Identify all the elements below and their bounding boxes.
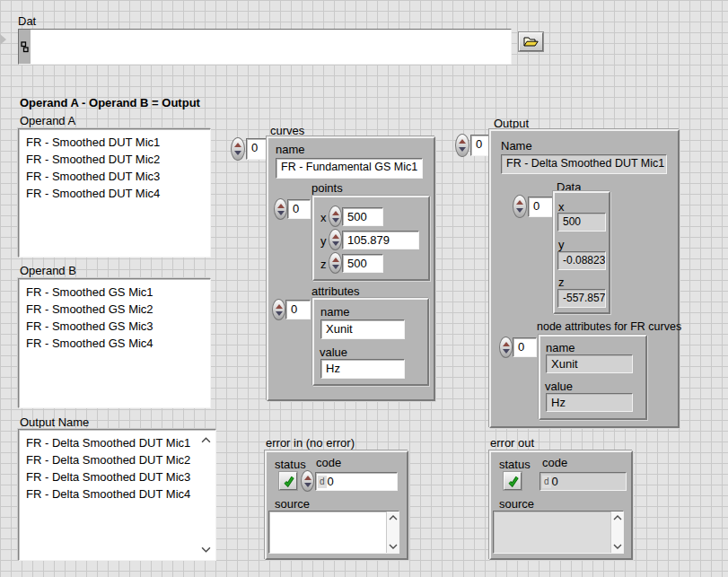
curve-name-field[interactable]: FR - Fundamental GS Mic1 [276,158,423,179]
point-x-label: x [320,212,327,223]
labview-front-panel: { "path_control": { "label": "Dat", "val… [0,0,728,577]
list-item[interactable]: FR - Smoothed DUT Mic2 [26,151,208,168]
list-item[interactable]: FR - Smoothed DUT Mic4 [26,185,208,202]
error-in-code-value: 0 [328,475,334,488]
error-in-status-label: status [275,459,306,470]
attribute-value-label: value [320,346,347,358]
operand-a-listbox[interactable]: FR - Smoothed DUT Mic1 FR - Smoothed DUT… [18,128,211,258]
error-out-status-label: status [499,459,531,470]
operand-b-label: Operand B [20,265,76,276]
point-y-label: y [320,235,327,247]
data-y-field: -0.08823 [557,251,606,270]
list-item[interactable]: FR - Smoothed GS Mic4 [26,335,208,352]
list-item[interactable]: FR - Smoothed DUT Mic1 [26,134,208,151]
node-attribute-name-label: name [546,342,575,354]
scroll-down-icon[interactable] [389,544,398,549]
list-item[interactable]: FR - Delta Smoothed DUT Mic1 [26,434,214,451]
attribute-name-label: name [320,306,350,318]
output-index-stepper[interactable] [455,134,469,157]
panel-origin-marker [0,34,6,45]
point-z-stepper[interactable] [329,252,342,274]
radix-indicator: d [318,476,327,488]
check-icon [507,476,519,487]
output-name-listbox[interactable]: FR - Delta Smoothed DUT Mic1 FR - Delta … [18,429,216,561]
output-name-field: FR - Delta Smoothed DUT Mic1 [501,154,667,174]
attributes-index-stepper[interactable] [272,299,285,320]
scroll-down-icon[interactable] [613,544,622,549]
browse-button[interactable] [519,32,543,51]
data-index-stepper[interactable] [513,195,527,218]
output-name-label: Output Name [20,416,89,428]
scroll-up-icon[interactable] [613,515,622,520]
data-z-field: -557.857 [557,289,606,308]
error-in-source-label: source [275,498,310,510]
error-in-code-label: code [316,457,341,468]
data-x-label: x [558,201,565,213]
node-attributes-index-field[interactable]: 0 [513,337,537,357]
operand-b-listbox[interactable]: FR - Smoothed GS Mic1 FR - Smoothed GS M… [18,278,211,408]
node-attribute-name-field: Xunit [546,354,633,373]
node-attributes-index-stepper[interactable] [499,337,513,358]
data-z-label: z [558,276,565,288]
operand-a-label: Operand A [20,115,75,127]
path-segments-icon [21,41,29,53]
folder-open-icon [523,37,539,47]
error-in-label: error in (no error) [266,437,355,449]
list-item[interactable]: FR - Smoothed DUT Mic3 [26,168,208,185]
curve-name-label: name [276,144,305,155]
output-name-field-label: Name [501,140,532,152]
scroll-up-icon[interactable] [201,437,211,443]
list-item[interactable]: FR - Delta Smoothed DUT Mic3 [26,468,214,485]
error-in-status-button[interactable] [279,472,297,490]
list-item[interactable]: FR - Smoothed GS Mic1 [26,284,208,301]
curves-index-stepper[interactable] [231,137,245,161]
error-out-source-label: source [499,498,534,510]
error-out-code-field: d0 [539,472,627,491]
attributes-label: attributes [311,285,359,297]
points-index-stepper[interactable] [274,198,287,220]
path-input-frame [18,29,512,65]
node-attribute-value-field: Hz [546,393,633,412]
node-attribute-value-label: value [545,380,573,392]
points-index-field[interactable]: 0 [287,199,311,219]
path-type-strip [19,30,31,64]
data-x-field: 500 [557,213,606,232]
error-out-status-indicator [504,472,522,490]
scroll-down-icon[interactable] [201,546,211,553]
error-out-source-scrollbar[interactable] [610,511,623,553]
list-item[interactable]: FR - Delta Smoothed DUT Mic4 [26,485,214,503]
attributes-index-field[interactable]: 0 [285,300,311,319]
point-x-field[interactable]: 500 [342,207,383,226]
error-in-source-scrollbar[interactable] [386,511,399,553]
list-item[interactable]: FR - Smoothed GS Mic2 [26,301,208,318]
path-control-label: Dat [18,15,36,27]
error-out-code-value: 0 [552,475,558,488]
error-in-code-stepper[interactable] [301,470,314,492]
check-icon [283,476,294,487]
point-z-field[interactable]: 500 [342,254,383,273]
error-in-code-field[interactable]: d0 [315,472,398,491]
attribute-value-field[interactable]: Hz [320,359,405,379]
scroll-up-icon[interactable] [389,515,398,520]
error-out-source-box [493,511,624,554]
point-x-stepper[interactable] [329,205,342,227]
point-z-label: z [320,258,327,270]
point-y-stepper[interactable] [329,229,342,250]
list-item[interactable]: FR - Delta Smoothed DUT Mic2 [26,451,214,468]
radix-indicator: d [542,476,551,488]
points-label: points [311,182,343,194]
curves-label: curves [270,125,304,136]
attribute-name-field[interactable]: Xunit [320,319,405,339]
error-out-code-label: code [542,457,567,468]
node-attributes-label: node attributes for FR curves [537,321,681,333]
point-y-field[interactable]: 105.879 [342,231,419,249]
path-input[interactable] [31,30,511,64]
error-out-label: error out [490,437,534,449]
list-item[interactable]: FR - Smoothed GS Mic3 [26,318,208,335]
data-y-label: y [558,239,565,250]
error-in-source-box[interactable] [268,511,399,554]
output-label: Output [494,118,529,129]
data-index-field[interactable]: 0 [528,197,553,217]
page-title: Operand A - Operand B = Output [20,97,200,109]
